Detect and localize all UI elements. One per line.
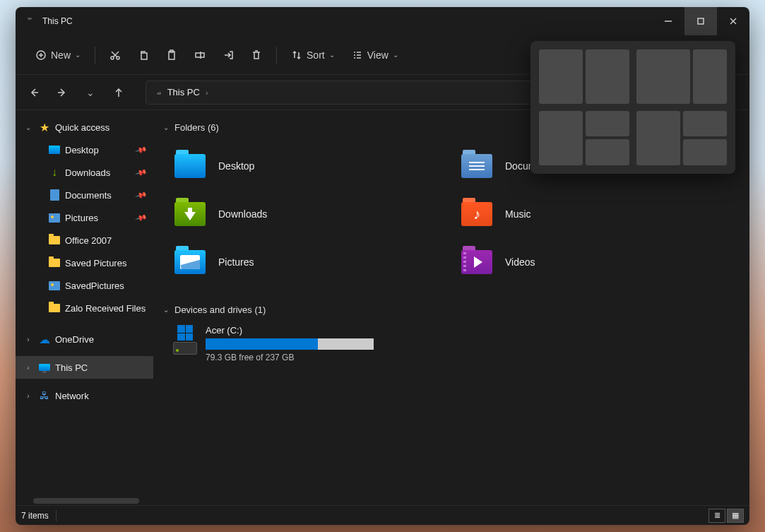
- sidebar-item-downloads[interactable]: ↓Downloads📌: [16, 161, 153, 184]
- pc-icon: [24, 18, 35, 25]
- copy-button[interactable]: [131, 42, 156, 69]
- folder-desktop[interactable]: Desktop: [169, 143, 456, 189]
- pin-icon: 📌: [135, 189, 148, 201]
- sidebar-item-documents[interactable]: Documents📌: [16, 184, 153, 206]
- sidebar-item-onedrive[interactable]: › ☁ OneDrive: [16, 328, 153, 350]
- snap-layout-twothird[interactable]: [636, 49, 727, 104]
- sidebar-item-saved-pictures[interactable]: Saved Pictures: [16, 252, 153, 274]
- document-icon: [50, 189, 59, 201]
- share-button[interactable]: [215, 42, 241, 69]
- pin-icon: 📌: [135, 211, 148, 224]
- sort-button[interactable]: Sort ⌄: [284, 42, 342, 69]
- sidebar-item-zalo-received-files[interactable]: Zalo Received Files: [16, 297, 153, 319]
- paste-button[interactable]: [159, 42, 184, 69]
- file-explorer-window: This PC New ⌄ Sort ⌄ View ⌄ ⋯: [16, 7, 749, 525]
- sidebar-item-office-2007[interactable]: Office 2007: [16, 229, 153, 252]
- folder-icon: [49, 259, 60, 267]
- chevron-down-icon: ⌄: [163, 306, 169, 314]
- view-icon: [352, 49, 363, 61]
- sidebar: ⌄ ★ Quick access Desktop📌↓Downloads📌Docu…: [16, 110, 153, 505]
- pics-folder-icon: [173, 245, 207, 279]
- chevron-down-icon: ⌄: [86, 87, 95, 98]
- music-folder-icon: ♪: [460, 197, 494, 231]
- folder-music[interactable]: ♪Music: [456, 191, 742, 237]
- scrollbar[interactable]: [33, 498, 139, 504]
- star-icon: ★: [38, 121, 51, 134]
- pc-icon: [38, 361, 51, 374]
- share-icon: [223, 49, 234, 61]
- titlebar: This PC: [16, 7, 749, 35]
- pictures-icon: [49, 213, 60, 223]
- windows-logo-icon: [177, 325, 193, 341]
- drive-free-text: 79.3 GB free of 237 GB: [206, 353, 374, 362]
- snap-layout-half[interactable]: [539, 49, 629, 104]
- sidebar-item-network[interactable]: › 🖧 Network: [16, 384, 153, 407]
- breadcrumb[interactable]: This PC: [167, 87, 200, 97]
- snap-layouts-flyout: [530, 41, 735, 174]
- details-view-button[interactable]: ≣: [708, 509, 725, 523]
- sidebar-item-thispc[interactable]: › This PC: [16, 356, 153, 379]
- drive-label: Acer (C:): [206, 325, 374, 336]
- svg-rect-14: [196, 53, 204, 57]
- sidebar-item-savedpictures[interactable]: SavedPictures: [16, 274, 153, 297]
- delete-button[interactable]: [244, 42, 269, 69]
- maximize-button[interactable]: [684, 7, 717, 35]
- chevron-down-icon: ⌄: [75, 51, 81, 59]
- svg-rect-1: [698, 18, 704, 24]
- chevron-right-icon: ›: [23, 364, 34, 372]
- dl-folder-icon: [173, 197, 207, 231]
- status-item-count: 7 items: [21, 511, 49, 521]
- folder-videos[interactable]: Videos: [456, 239, 742, 285]
- sidebar-item-quickaccess[interactable]: ⌄ ★ Quick access: [16, 116, 153, 138]
- desktop-icon: [49, 146, 60, 154]
- back-button[interactable]: [21, 80, 47, 105]
- chevron-right-icon: ›: [23, 392, 34, 400]
- paste-icon: [166, 49, 177, 61]
- view-button[interactable]: View ⌄: [345, 42, 405, 69]
- sidebar-item-desktop[interactable]: Desktop📌: [16, 138, 153, 161]
- rename-button[interactable]: [187, 42, 213, 69]
- copy-icon: [138, 49, 149, 61]
- docs-folder-icon: [460, 149, 494, 183]
- drive-item[interactable]: Acer (C:) 79.3 GB free of 237 GB: [160, 319, 742, 368]
- drive-icon: [173, 325, 197, 355]
- video-folder-icon: [460, 245, 494, 279]
- drive-capacity-bar: [206, 338, 374, 350]
- desktop-folder-icon: [173, 149, 207, 183]
- group-drives-header[interactable]: ⌄ Devices and drives (1): [160, 300, 742, 319]
- new-button[interactable]: New ⌄: [28, 42, 88, 69]
- minimize-button[interactable]: [652, 7, 684, 35]
- up-button[interactable]: [106, 80, 131, 105]
- statusbar: 7 items ≣ ▦: [16, 505, 749, 525]
- recent-button[interactable]: ⌄: [78, 80, 103, 105]
- chevron-right-icon: ›: [23, 336, 34, 343]
- pictures-icon: [49, 281, 60, 290]
- scissors-icon: [109, 49, 121, 61]
- folder-icon: [49, 304, 60, 312]
- tiles-view-button[interactable]: ▦: [727, 509, 744, 523]
- plus-circle-icon: [35, 49, 47, 61]
- svg-rect-11: [141, 53, 147, 59]
- network-icon: 🖧: [38, 389, 51, 402]
- folder-icon: [49, 236, 60, 244]
- disk-icon: [173, 342, 197, 355]
- window-title: This PC: [42, 16, 652, 26]
- sort-icon: [291, 49, 302, 61]
- cut-button[interactable]: [102, 42, 128, 69]
- chevron-down-icon: ⌄: [163, 124, 169, 131]
- rename-icon: [194, 49, 206, 61]
- folder-downloads[interactable]: Downloads: [169, 191, 456, 237]
- snap-layout-three[interactable]: [539, 111, 629, 165]
- sidebar-item-pictures[interactable]: Pictures📌: [16, 206, 153, 229]
- pin-icon: 📌: [135, 166, 148, 179]
- folder-pictures[interactable]: Pictures: [169, 239, 456, 285]
- trash-icon: [251, 49, 262, 61]
- pin-icon: 📌: [135, 143, 148, 156]
- forward-button[interactable]: [49, 80, 75, 105]
- cloud-icon: ☁: [38, 333, 51, 345]
- close-button[interactable]: [717, 7, 749, 35]
- chevron-down-icon: ⌄: [393, 51, 398, 59]
- chevron-right-icon: ›: [206, 88, 208, 97]
- download-icon: ↓: [52, 166, 57, 179]
- snap-layout-quarter[interactable]: [636, 111, 727, 165]
